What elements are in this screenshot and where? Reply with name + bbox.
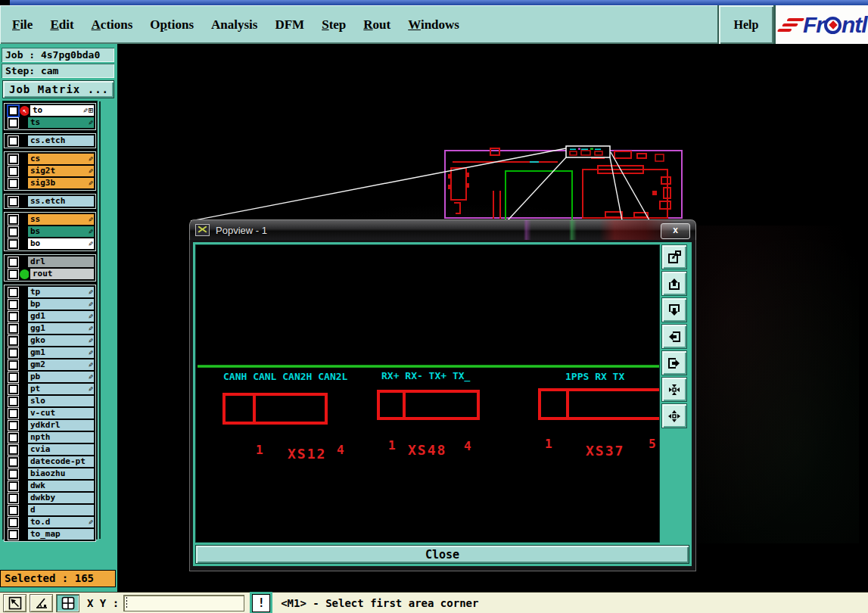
layer-name-rout[interactable]: rout [30, 268, 95, 280]
menu-item-analysis[interactable]: Analysis [211, 17, 257, 33]
layer-visibility-checkbox[interactable] [8, 530, 18, 540]
menu-item-edit[interactable]: Edit [50, 17, 73, 33]
pencil-edit-icon[interactable]: ✎ [89, 288, 93, 296]
layer-visibility-checkbox[interactable] [8, 433, 18, 443]
close-popview-button[interactable]: Close [195, 545, 689, 564]
zoom-in-arrows-button[interactable] [661, 377, 687, 402]
layer-visibility-checkbox[interactable] [8, 197, 18, 207]
layer-name-ss[interactable]: ss✎ [27, 213, 95, 226]
layer-visibility-checkbox[interactable] [8, 469, 18, 479]
pencil-edit-icon[interactable]: ✎ [89, 155, 93, 163]
layer-visibility-checkbox[interactable] [8, 118, 18, 128]
menu-item-rout[interactable]: Rout [363, 17, 390, 33]
alert-prompt-button[interactable]: ! [252, 594, 270, 612]
layer-visibility-checkbox[interactable] [8, 360, 18, 370]
layer-name-bp[interactable]: bp✎ [27, 298, 95, 310]
pencil-edit-icon[interactable]: ✎ [89, 300, 93, 308]
layer-visibility-checkbox[interactable] [8, 166, 18, 176]
layer-name-sig2t[interactable]: sig2t✎ [27, 165, 95, 177]
layer-name-gd1[interactable]: gd1✎ [27, 310, 95, 322]
layer-visibility-checkbox[interactable] [8, 336, 18, 346]
layer-visibility-checkbox[interactable] [8, 457, 18, 467]
layer-visibility-checkbox[interactable] [8, 493, 18, 503]
menu-item-windows[interactable]: Windows [408, 17, 459, 33]
layer-name-drl[interactable]: drl [27, 256, 95, 268]
pan-down-button[interactable] [661, 297, 687, 322]
menu-item-options[interactable]: Options [150, 17, 194, 33]
layer-name-dwkby[interactable]: dwkby [27, 492, 95, 504]
layer-name-cs[interactable]: cs✎ [27, 153, 95, 165]
layer-visibility-checkbox[interactable] [8, 300, 18, 310]
pencil-edit-icon[interactable]: ✎ [89, 228, 93, 235]
pencil-edit-icon[interactable]: ✎ [89, 313, 93, 320]
layer-name-dwk[interactable]: dwk [27, 480, 95, 492]
layer-visibility-checkbox[interactable] [8, 215, 18, 225]
menu-item-actions[interactable]: Actions [92, 17, 133, 33]
help-menu-item[interactable]: Help [734, 18, 759, 32]
pencil-edit-icon[interactable]: ✎ [89, 216, 93, 223]
menu-item-step[interactable]: Step [322, 17, 346, 33]
layer-name-ts[interactable]: ts✎ [27, 117, 95, 129]
layer-visibility-checkbox[interactable] [8, 288, 18, 297]
pencil-edit-icon[interactable]: ✎ [89, 385, 93, 393]
layer-visibility-checkbox[interactable] [8, 179, 18, 188]
grid-mini-icon[interactable]: ⊞ [89, 107, 93, 114]
grid-snap-button[interactable] [56, 594, 79, 612]
layer-name-to.d[interactable]: to.d✎ [27, 516, 95, 528]
layer-visibility-checkbox[interactable] [8, 154, 18, 164]
layer-visibility-checkbox[interactable] [8, 506, 18, 515]
layer-name-to[interactable]: to✎⊞ [30, 104, 95, 117]
job-matrix-button[interactable]: Job Matrix ... [2, 80, 114, 98]
layer-name-ss.etch[interactable]: ss.etch [27, 195, 95, 207]
layer-name-datecode-pt[interactable]: datecode-pt [27, 456, 95, 468]
pencil-edit-icon[interactable]: ✎ [89, 337, 93, 344]
pencil-edit-icon[interactable]: ✎ [83, 107, 88, 114]
layer-visibility-checkbox[interactable] [8, 445, 18, 455]
layer-visibility-checkbox[interactable] [8, 372, 18, 382]
layer-name-ydkdrl[interactable]: ydkdrl [27, 419, 95, 431]
layer-name-gm1[interactable]: gm1✎ [27, 347, 95, 359]
layer-name-sig3b[interactable]: sig3b✎ [27, 177, 95, 189]
popview-canvas[interactable]: CANH CANL CAN2H CAN2L1XS124RX+ RX- TX+ T… [195, 244, 660, 543]
layer-name-gko[interactable]: gko✎ [27, 335, 95, 347]
layer-visibility-checkbox[interactable] [8, 227, 18, 237]
layer-visibility-checkbox[interactable] [8, 324, 18, 334]
layer-visibility-checkbox[interactable] [8, 106, 18, 116]
layer-name-slo[interactable]: slo [27, 395, 95, 407]
layer-visibility-checkbox[interactable] [8, 481, 18, 491]
menu-item-dfm[interactable]: DFM [275, 17, 304, 33]
measure-angle-button[interactable] [30, 594, 53, 612]
pencil-edit-icon[interactable]: ✎ [89, 179, 93, 187]
layer-visibility-checkbox[interactable] [8, 136, 18, 146]
layer-visibility-checkbox[interactable] [8, 421, 18, 431]
layer-name-cvia[interactable]: cvia [27, 443, 95, 456]
layer-visibility-checkbox[interactable] [8, 397, 18, 406]
layer-visibility-checkbox[interactable] [8, 384, 18, 394]
layer-name-tp[interactable]: tp✎ [27, 286, 95, 298]
layer-visibility-checkbox[interactable] [8, 239, 18, 249]
layer-name-v-cut[interactable]: v-cut [27, 407, 95, 419]
close-window-button[interactable]: x [661, 223, 690, 239]
measure-diagonal-button[interactable] [3, 594, 26, 612]
pencil-edit-icon[interactable]: ✎ [89, 349, 93, 356]
layer-name-biaozhu[interactable]: biaozhu [27, 468, 95, 480]
pencil-edit-icon[interactable]: ✎ [89, 240, 93, 247]
layer-name-pt[interactable]: pt✎ [27, 383, 95, 395]
pencil-edit-icon[interactable]: ✎ [89, 167, 93, 175]
layer-visibility-checkbox[interactable] [8, 269, 18, 279]
pan-right-button[interactable] [661, 350, 687, 375]
layer-visibility-checkbox[interactable] [8, 312, 18, 322]
layer-name-cs.etch[interactable]: cs.etch [27, 135, 95, 147]
layer-name-npth[interactable]: npth [27, 431, 95, 443]
xy-coordinate-input[interactable] [123, 595, 244, 611]
pan-up-button[interactable] [661, 271, 687, 296]
main-cad-canvas[interactable]: Popview - 1 x CANH CANL CAN2H CAN2L1XS12… [117, 44, 868, 592]
zoom-out-arrows-button[interactable] [661, 403, 687, 428]
layer-name-bo[interactable]: bo✎ [27, 238, 95, 250]
layer-name-bs[interactable]: bs✎ [27, 226, 95, 238]
pencil-edit-icon[interactable]: ✎ [89, 119, 93, 126]
layer-visibility-checkbox[interactable] [8, 257, 18, 267]
layer-name-to_map[interactable]: to_map [27, 528, 95, 540]
layer-name-gg1[interactable]: gg1✎ [27, 322, 95, 335]
pencil-edit-icon[interactable]: ✎ [89, 361, 93, 369]
